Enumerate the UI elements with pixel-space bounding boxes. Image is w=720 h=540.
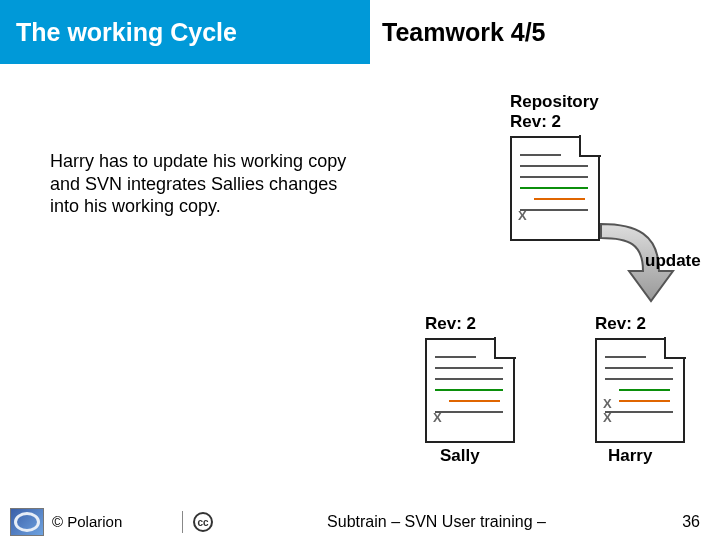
repository-label: Repository (510, 92, 599, 112)
harry-rev-label: Rev: 2 (595, 314, 646, 334)
slide-title-right: Teamwork 4/5 (370, 0, 720, 64)
footer: © Polarion cc Subtrain – SVN User traini… (0, 504, 720, 540)
update-label: update (645, 251, 701, 271)
slide-body: Harry has to update his working copy and… (0, 64, 720, 504)
cc-text: cc (197, 517, 208, 528)
sally-name-label: Sally (440, 446, 480, 466)
page-number: 36 (660, 513, 720, 531)
footer-center-text: Subtrain – SVN User training – (213, 513, 660, 531)
title-bar: The working Cycle Teamwork 4/5 (0, 0, 720, 64)
footer-separator (182, 511, 183, 533)
sally-page-icon: X (425, 338, 515, 443)
harry-name-label: Harry (608, 446, 652, 466)
footer-copyright-line1: © Polarion (52, 514, 172, 530)
cc-icon: cc (193, 512, 213, 532)
sally-rev-label: Rev: 2 (425, 314, 476, 334)
body-text: Harry has to update his working copy and… (50, 150, 350, 218)
harry-page-icon: X X (595, 338, 685, 443)
footer-copyright: © Polarion (52, 514, 172, 530)
repository-rev-label: Rev: 2 (510, 112, 561, 132)
footer-center-line1: Subtrain – SVN User training – (213, 513, 660, 531)
slide-title-left: The working Cycle (0, 18, 370, 47)
polarion-logo-icon (10, 508, 44, 536)
